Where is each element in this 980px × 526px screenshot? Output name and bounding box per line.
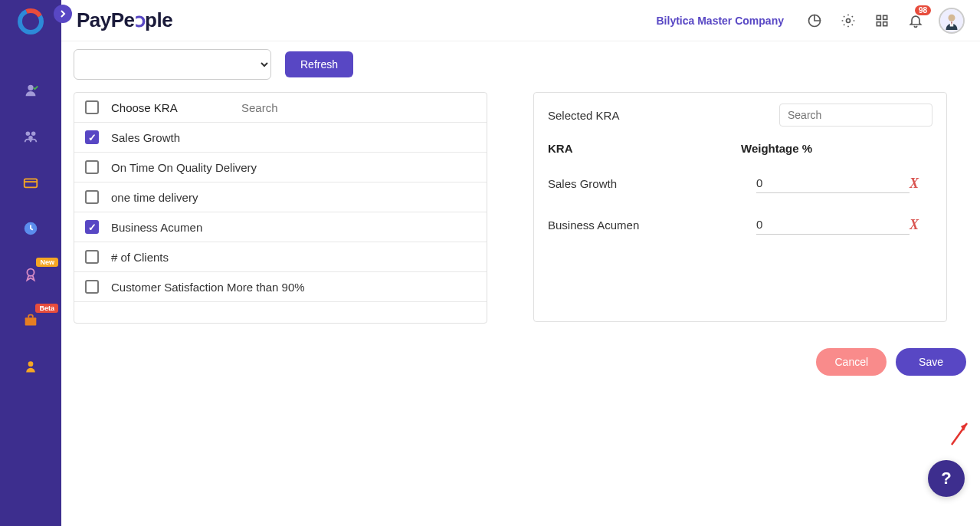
svg-line-19 <box>952 423 967 445</box>
kra-checkbox[interactable] <box>85 130 99 144</box>
company-name[interactable]: Bilytica Master Company <box>657 15 785 27</box>
col-kra: KRA <box>548 142 741 155</box>
svg-rect-15 <box>883 21 887 25</box>
kra-checkbox[interactable] <box>85 250 99 264</box>
svg-point-8 <box>27 269 34 276</box>
sidebar: New Beta <box>0 0 61 526</box>
choose-kra-panel: Choose KRA Sales GrowthOn Time On Qualit… <box>74 92 487 324</box>
kra-list-row[interactable]: On Time On Quality Delivery <box>74 153 487 182</box>
sidebar-item-payments[interactable] <box>9 161 52 204</box>
svg-marker-20 <box>961 423 967 431</box>
selected-kra-header: Selected KRA <box>534 93 946 134</box>
col-weightage: Weightage % <box>741 142 910 155</box>
kra-checkbox[interactable] <box>85 160 99 174</box>
svg-point-2 <box>26 132 31 136</box>
choose-kra-label: Choose KRA <box>111 101 241 114</box>
kra-list-row[interactable]: Sales Growth <box>74 123 487 153</box>
kra-item-label: Business Acumen <box>111 221 202 234</box>
avatar[interactable] <box>939 8 965 34</box>
help-button[interactable]: ? <box>928 460 965 497</box>
gear-icon[interactable] <box>834 7 862 35</box>
svg-point-11 <box>847 18 851 22</box>
selected-kra-panel: Selected KRA KRA Weightage % Sales Growt… <box>533 92 947 322</box>
kra-item-label: Customer Satisfaction More than 90% <box>111 281 305 294</box>
badge-beta: Beta <box>35 304 58 313</box>
template-dropdown[interactable] <box>74 49 271 80</box>
delete-icon[interactable]: X <box>910 176 919 191</box>
selected-row: Business AcumenX <box>534 204 946 245</box>
main-area: PayPeɔple Bilytica Master Company 98 Ref… <box>61 0 980 526</box>
kra-list-row[interactable]: one time delivery <box>74 182 487 212</box>
form-actions: Cancel Save <box>74 348 968 376</box>
kra-item-label: Sales Growth <box>111 131 180 144</box>
kra-checkbox[interactable] <box>85 220 99 234</box>
notification-count: 98 <box>915 5 931 15</box>
svg-rect-12 <box>877 15 880 19</box>
selected-row: Sales GrowthX <box>534 163 946 204</box>
sidebar-item-awards[interactable]: New <box>9 253 52 296</box>
analytics-icon[interactable] <box>801 7 828 35</box>
select-all-checkbox[interactable] <box>85 100 99 114</box>
toolbar: Refresh <box>74 41 968 92</box>
sidebar-item-jobs[interactable]: Beta <box>9 299 52 342</box>
svg-rect-14 <box>877 21 880 25</box>
svg-point-3 <box>31 132 35 136</box>
kra-search-input[interactable] <box>241 101 476 114</box>
content: Refresh Choose KRA Sales GrowthOn Time O… <box>61 41 980 526</box>
brand-logo: PayPeɔple <box>77 8 172 32</box>
sidebar-toggle-icon[interactable] <box>54 5 72 23</box>
badge-new: New <box>36 258 58 267</box>
sidebar-item-approvals[interactable] <box>9 69 52 112</box>
sidebar-item-time[interactable] <box>9 207 52 250</box>
kra-item-label: On Time On Quality Delivery <box>111 161 257 174</box>
selected-search-input[interactable] <box>779 104 932 127</box>
kra-list-row[interactable]: Customer Satisfaction More than 90% <box>74 272 487 302</box>
svg-rect-13 <box>883 15 887 19</box>
svg-point-17 <box>949 14 955 21</box>
refresh-button[interactable]: Refresh <box>285 51 353 77</box>
kra-checkbox[interactable] <box>85 280 99 294</box>
save-button[interactable]: Save <box>896 348 966 376</box>
svg-point-10 <box>28 361 34 367</box>
choose-kra-header: Choose KRA <box>74 93 487 123</box>
svg-rect-9 <box>25 317 37 325</box>
kra-list-row[interactable]: Business Acumen <box>74 212 487 242</box>
svg-rect-5 <box>25 179 38 187</box>
apps-icon[interactable] <box>868 7 896 35</box>
selected-columns: KRA Weightage % <box>534 134 946 163</box>
cancel-button[interactable]: Cancel <box>816 348 887 376</box>
weightage-input[interactable] <box>756 215 910 235</box>
annotation-arrow-icon <box>949 419 972 446</box>
selected-kra-name: Sales Growth <box>548 177 756 190</box>
header: PayPeɔple Bilytica Master Company 98 <box>61 0 980 41</box>
bell-icon[interactable]: 98 <box>902 7 929 35</box>
selected-kra-name: Business Acumen <box>548 219 756 232</box>
kra-item-label: # of Clients <box>111 251 169 264</box>
delete-icon[interactable]: X <box>910 217 919 232</box>
kra-item-label: one time delivery <box>111 191 198 204</box>
kra-list-row[interactable]: # of Clients <box>74 242 487 272</box>
weightage-input[interactable] <box>756 173 910 193</box>
app-logo-icon <box>15 6 46 37</box>
sidebar-item-team[interactable] <box>9 115 52 158</box>
selected-kra-title: Selected KRA <box>548 109 779 122</box>
sidebar-item-profile[interactable] <box>9 345 52 388</box>
kra-checkbox[interactable] <box>85 190 99 204</box>
